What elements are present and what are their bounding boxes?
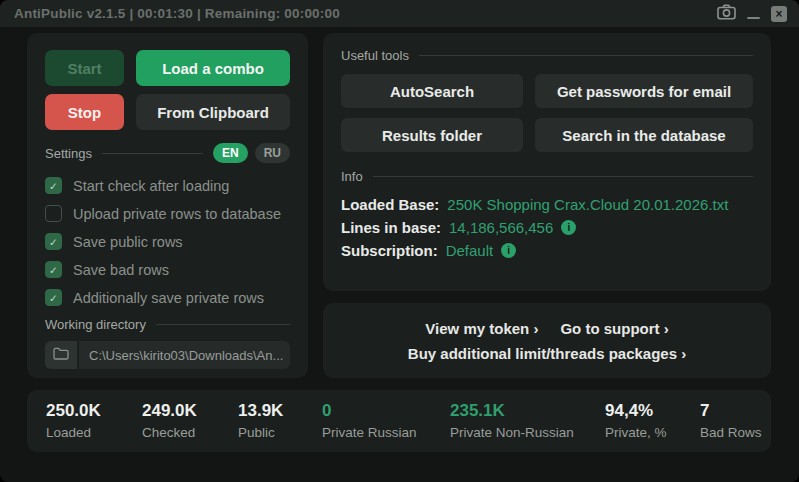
links-row: Buy additional limit/threads packages › — [408, 345, 686, 362]
checkbox-save-private-rows[interactable]: ✓ Additionally save private rows — [45, 289, 290, 306]
browse-folder-button[interactable] — [45, 341, 77, 369]
links-panel: View my token › Go to support › Buy addi… — [323, 303, 771, 378]
loaded-base-row: Loaded Base: 250K Shopping Crax.Cloud 20… — [341, 193, 753, 216]
links-row: View my token › Go to support › — [425, 320, 668, 337]
buy-packages-link[interactable]: Buy additional limit/threads packages › — [408, 345, 686, 362]
search-database-button[interactable]: Search in the database — [535, 118, 753, 152]
checkbox-icon[interactable]: ✓ — [45, 177, 62, 194]
settings-header: Settings EN RU — [45, 143, 290, 163]
divider — [373, 176, 753, 177]
stat-label: Public — [238, 425, 283, 440]
stat-label: Checked — [142, 425, 197, 440]
checkbox-upload-private-rows[interactable]: ✓ Upload private rows to database — [45, 205, 290, 222]
subscription-value: Default — [446, 239, 494, 262]
stat-checked: 249.0K Checked — [142, 401, 197, 440]
stat-bad-rows: 7 Bad Rows — [700, 401, 762, 440]
results-folder-button[interactable]: Results folder — [341, 118, 523, 152]
window-controls: × — [717, 4, 787, 24]
divider — [419, 55, 753, 56]
close-button[interactable]: × — [771, 6, 787, 22]
checkbox-label: Save bad rows — [73, 262, 169, 278]
stat-private-percent: 94,4% Private, % — [605, 401, 667, 440]
titlebar: AntiPublic v2.1.5 | 00:01:30 | Remaining… — [0, 0, 799, 27]
working-directory-label: Working directory — [45, 317, 146, 332]
useful-tools-header: Useful tools — [341, 48, 753, 63]
stat-private-russian: 0 Private Russian — [322, 401, 417, 440]
app-window: AntiPublic v2.1.5 | 00:01:30 | Remaining… — [0, 0, 799, 482]
view-token-link[interactable]: View my token › — [425, 320, 538, 337]
tool-buttons: AutoSearch Get passwords for email Resul… — [341, 74, 753, 152]
info-header: Info — [341, 169, 753, 184]
checkbox-icon[interactable]: ✓ — [45, 233, 62, 250]
info-icon[interactable]: i — [501, 243, 516, 258]
checkbox-icon[interactable]: ✓ — [45, 205, 62, 222]
stat-label: Loaded — [46, 425, 101, 440]
stat-value: 249.0K — [142, 401, 197, 421]
loaded-base-key: Loaded Base: — [341, 193, 439, 216]
action-buttons: Start Load a combo Stop From Clipboard — [45, 50, 290, 130]
minimize-button[interactable] — [747, 17, 760, 19]
stat-private-non-russian: 235.1K Private Non-Russian — [450, 401, 574, 440]
divider — [156, 324, 290, 325]
working-directory-control: C:\Users\kirito03\Downloads\An... — [45, 341, 290, 369]
control-panel: Start Load a combo Stop From Clipboard S… — [27, 33, 308, 378]
close-icon: × — [775, 8, 782, 20]
checkbox-label: Start check after loading — [73, 178, 229, 194]
settings-label: Settings — [45, 146, 92, 161]
autosearch-button[interactable]: AutoSearch — [341, 74, 523, 108]
stat-loaded: 250.0K Loaded — [46, 401, 101, 440]
subscription-row: Subscription: Default i — [341, 239, 753, 262]
language-toggle-ru[interactable]: RU — [255, 143, 290, 163]
checkbox-icon[interactable]: ✓ — [45, 261, 62, 278]
support-link[interactable]: Go to support › — [560, 320, 668, 337]
language-toggle-en[interactable]: EN — [213, 143, 248, 163]
stats-bar: 250.0K Loaded 249.0K Checked 13.9K Publi… — [27, 390, 771, 452]
checkbox-icon[interactable]: ✓ — [45, 289, 62, 306]
stat-public: 13.9K Public — [238, 401, 283, 440]
checkbox-save-public-rows[interactable]: ✓ Save public rows — [45, 233, 290, 250]
stat-value: 7 — [700, 401, 762, 421]
camera-icon — [717, 4, 736, 24]
working-directory-path[interactable]: C:\Users\kirito03\Downloads\An... — [79, 341, 290, 369]
checkbox-label: Upload private rows to database — [73, 206, 281, 222]
checkbox-save-bad-rows[interactable]: ✓ Save bad rows — [45, 261, 290, 278]
divider — [102, 153, 203, 154]
useful-tools-label: Useful tools — [341, 48, 409, 63]
start-button[interactable]: Start — [45, 50, 124, 86]
lines-in-base-row: Lines in base: 14,186,566,456 i — [341, 216, 753, 239]
checkbox-label: Additionally save private rows — [73, 290, 264, 306]
stat-label: Bad Rows — [700, 425, 762, 440]
get-passwords-button[interactable]: Get passwords for email — [535, 74, 753, 108]
checkbox-start-check-after-loading[interactable]: ✓ Start check after loading — [45, 177, 290, 194]
screenshot-button[interactable] — [717, 4, 736, 24]
stat-value: 94,4% — [605, 401, 667, 421]
settings-checkbox-list: ✓ Start check after loading ✓ Upload pri… — [45, 177, 290, 306]
from-clipboard-button[interactable]: From Clipboard — [136, 94, 290, 130]
stat-label: Private Russian — [322, 425, 417, 440]
window-title: AntiPublic v2.1.5 | 00:01:30 | Remaining… — [14, 6, 340, 21]
stat-value: 250.0K — [46, 401, 101, 421]
lines-in-base-value: 14,186,566,456 — [449, 216, 553, 239]
loaded-base-value: 250K Shopping Crax.Cloud 20.01.2026.txt — [447, 193, 728, 216]
stop-button[interactable]: Stop — [45, 94, 124, 130]
lines-in-base-key: Lines in base: — [341, 216, 441, 239]
tools-info-panel: Useful tools AutoSearch Get passwords fo… — [323, 33, 771, 291]
folder-icon — [53, 346, 69, 364]
stat-value: 0 — [322, 401, 417, 421]
stat-label: Private Non-Russian — [450, 425, 574, 440]
stat-value: 235.1K — [450, 401, 574, 421]
load-combo-button[interactable]: Load a combo — [136, 50, 290, 86]
checkbox-label: Save public rows — [73, 234, 183, 250]
stat-label: Private, % — [605, 425, 667, 440]
info-label: Info — [341, 169, 363, 184]
stat-value: 13.9K — [238, 401, 283, 421]
subscription-key: Subscription: — [341, 239, 438, 262]
working-directory-header: Working directory — [45, 317, 290, 332]
info-rows: Loaded Base: 250K Shopping Crax.Cloud 20… — [341, 193, 753, 262]
info-icon[interactable]: i — [561, 220, 576, 235]
